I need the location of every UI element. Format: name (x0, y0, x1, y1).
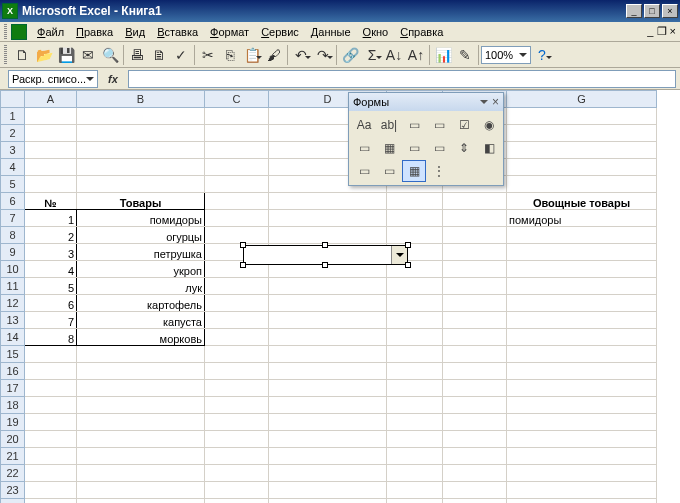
cell-E15[interactable] (387, 346, 443, 363)
menu-правка[interactable]: Правка (70, 24, 119, 40)
cell-B5[interactable] (77, 176, 205, 193)
cell-B10[interactable]: укроп (77, 261, 205, 278)
cell-G12[interactable] (507, 295, 657, 312)
row-header-17[interactable]: 17 (1, 380, 25, 397)
cell-A12[interactable]: 6 (25, 295, 77, 312)
cell-G9[interactable] (507, 244, 657, 261)
formula-input[interactable] (128, 70, 676, 88)
row-header-15[interactable]: 15 (1, 346, 25, 363)
cell-C4[interactable] (205, 159, 269, 176)
minimize-button[interactable]: _ (626, 4, 642, 18)
selection-handle[interactable] (240, 262, 246, 268)
cell-F23[interactable] (443, 482, 507, 499)
selection-handle[interactable] (405, 242, 411, 248)
cell-F21[interactable] (443, 448, 507, 465)
row-header-16[interactable]: 16 (1, 363, 25, 380)
cell-G23[interactable] (507, 482, 657, 499)
cell-B14[interactable]: морковь (77, 329, 205, 346)
col-header-B[interactable]: B (77, 91, 205, 108)
cell-B11[interactable]: лук (77, 278, 205, 295)
cell-A9[interactable]: 3 (25, 244, 77, 261)
cell-B12[interactable]: картофель (77, 295, 205, 312)
cell-B18[interactable] (77, 397, 205, 414)
cell-F17[interactable] (443, 380, 507, 397)
cell-C24[interactable] (205, 499, 269, 504)
cell-G7[interactable]: помидоры (507, 210, 657, 227)
menu-справка[interactable]: Справка (394, 24, 449, 40)
cell-A13[interactable]: 7 (25, 312, 77, 329)
cell-D21[interactable] (269, 448, 387, 465)
cell-F6[interactable] (443, 193, 507, 210)
cell-C22[interactable] (205, 465, 269, 482)
cell-C12[interactable] (205, 295, 269, 312)
cell-D19[interactable] (269, 414, 387, 431)
row-header-3[interactable]: 3 (1, 142, 25, 159)
cell-F12[interactable] (443, 295, 507, 312)
cell-E7[interactable] (387, 210, 443, 227)
cell-D22[interactable] (269, 465, 387, 482)
cell-E6[interactable] (387, 193, 443, 210)
row-header-20[interactable]: 20 (1, 431, 25, 448)
forms-toolbar[interactable]: Формы × Aaab|▭▭☑◉▭▦▭▭⇕◧▭▭▦⋮ (348, 92, 504, 186)
cell-B24[interactable] (77, 499, 205, 504)
cell-G19[interactable] (507, 414, 657, 431)
cell-B17[interactable] (77, 380, 205, 397)
row-header-23[interactable]: 23 (1, 482, 25, 499)
select-all-corner[interactable] (1, 91, 25, 108)
row-header-9[interactable]: 9 (1, 244, 25, 261)
cell-D12[interactable] (269, 295, 387, 312)
cell-E16[interactable] (387, 363, 443, 380)
chart-icon[interactable]: 📊 (432, 44, 454, 66)
cell-A4[interactable] (25, 159, 77, 176)
cell-A11[interactable]: 5 (25, 278, 77, 295)
cell-F15[interactable] (443, 346, 507, 363)
row-header-18[interactable]: 18 (1, 397, 25, 414)
new-icon[interactable]: 🗋 (11, 44, 33, 66)
forms-tool-4[interactable]: ☑ (452, 114, 476, 136)
cell-A17[interactable] (25, 380, 77, 397)
cell-E19[interactable] (387, 414, 443, 431)
menu-данные[interactable]: Данные (305, 24, 357, 40)
cell-B3[interactable] (77, 142, 205, 159)
row-header-12[interactable]: 12 (1, 295, 25, 312)
row-header-21[interactable]: 21 (1, 448, 25, 465)
row-header-22[interactable]: 22 (1, 465, 25, 482)
forms-tool-10[interactable]: ⇕ (452, 137, 476, 159)
cell-G5[interactable] (507, 176, 657, 193)
cell-E17[interactable] (387, 380, 443, 397)
close-icon[interactable]: × (492, 95, 499, 109)
cell-B20[interactable] (77, 431, 205, 448)
cell-E22[interactable] (387, 465, 443, 482)
cell-D23[interactable] (269, 482, 387, 499)
cell-C5[interactable] (205, 176, 269, 193)
cell-G4[interactable] (507, 159, 657, 176)
cell-C6[interactable] (205, 193, 269, 210)
drawing-icon[interactable]: ✎ (454, 44, 476, 66)
cell-D11[interactable] (269, 278, 387, 295)
cell-C1[interactable] (205, 108, 269, 125)
menu-файл[interactable]: Файл (31, 24, 70, 40)
cell-F18[interactable] (443, 397, 507, 414)
cell-A2[interactable] (25, 125, 77, 142)
cell-G8[interactable] (507, 227, 657, 244)
cell-C19[interactable] (205, 414, 269, 431)
grip-icon[interactable] (4, 24, 7, 40)
cell-A3[interactable] (25, 142, 77, 159)
row-header-19[interactable]: 19 (1, 414, 25, 431)
selection-handle[interactable] (240, 242, 246, 248)
col-header-A[interactable]: A (25, 91, 77, 108)
cell-D18[interactable] (269, 397, 387, 414)
chevron-down-icon[interactable] (480, 100, 488, 108)
forms-tool-1[interactable]: ab| (377, 114, 401, 136)
cell-E12[interactable] (387, 295, 443, 312)
mail-icon[interactable]: ✉ (77, 44, 99, 66)
name-box[interactable]: Раскр. списо... (8, 70, 98, 88)
cell-E14[interactable] (387, 329, 443, 346)
hyperlink-icon[interactable]: 🔗 (339, 44, 361, 66)
row-header-6[interactable]: 6 (1, 193, 25, 210)
cell-D24[interactable] (269, 499, 387, 504)
cell-B15[interactable] (77, 346, 205, 363)
cell-C17[interactable] (205, 380, 269, 397)
undo-icon[interactable]: ↶ (290, 44, 312, 66)
forms-tool-0[interactable]: Aa (352, 114, 376, 136)
